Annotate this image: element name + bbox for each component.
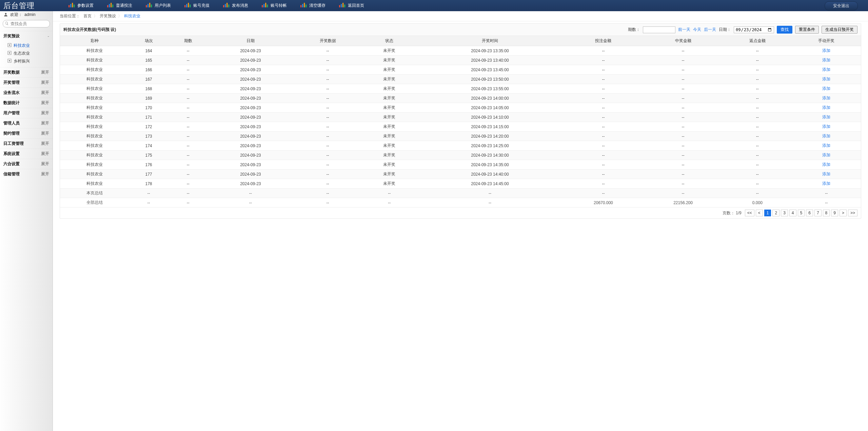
cell: 2024-09-23 [208, 122, 293, 132]
menu-group-4[interactable]: 数据统计展开 [0, 98, 53, 108]
add-link[interactable]: 添加 [822, 105, 830, 110]
crumb-item-1[interactable]: 开奖预设 [98, 14, 118, 18]
pager-page-9[interactable]: 9 [831, 210, 838, 216]
pager-page-2[interactable]: 2 [772, 210, 780, 216]
topnav-item-2[interactable]: 用户列表 [146, 3, 171, 8]
logout-button[interactable]: 安全退出 [825, 1, 858, 11]
pager-page-8[interactable]: 8 [823, 210, 830, 216]
col-0: 彩种 [60, 36, 129, 46]
crumb-item-0[interactable]: 首页 [81, 14, 94, 18]
today-link[interactable]: 今天 [693, 27, 701, 33]
cell: 2024-09-23 13:40:00 [416, 56, 564, 65]
search-icon [5, 21, 9, 25]
pager-last[interactable]: >> [848, 210, 857, 216]
cell: 未开奖 [362, 151, 416, 160]
cell: 科技农业 [60, 122, 129, 132]
menu-group-7[interactable]: 契约管理展开 [0, 128, 53, 138]
pager-page-6[interactable]: 6 [806, 210, 813, 216]
menu-group-5[interactable]: 用户管理展开 [0, 108, 53, 118]
issue-input[interactable] [643, 26, 675, 33]
cell: -- [293, 84, 362, 94]
cell: -- [293, 122, 362, 132]
topnav-item-6[interactable]: 清空缓存 [300, 3, 326, 8]
cell: 科技农业 [60, 65, 129, 75]
menu-group-label: 契约管理 [3, 131, 20, 136]
topnav-label: 参数设置 [77, 3, 94, 8]
add-link[interactable]: 添加 [822, 48, 830, 53]
cell: 2024-09-23 [208, 65, 293, 75]
pager-page-1[interactable]: 1 [764, 210, 771, 216]
add-link[interactable]: 添加 [822, 124, 830, 129]
menu-group-1[interactable]: 开奖数据展开 [0, 67, 53, 77]
reset-button[interactable]: 重置条件 [795, 26, 819, 34]
cell: 168 [129, 84, 168, 94]
svg-rect-0 [68, 5, 70, 7]
next-day-link[interactable]: 后一天 [704, 27, 716, 33]
submenu-item-0-0[interactable]: 科技农业 [0, 42, 53, 50]
svg-rect-12 [184, 5, 185, 7]
table-row: 科技农业170--2024-09-23--未开奖2024-09-23 14:05… [60, 103, 861, 113]
cell: 166 [129, 65, 168, 75]
topnav-item-0[interactable]: 参数设置 [68, 3, 94, 8]
menu-group-0[interactable]: 开奖预设- [0, 31, 53, 41]
add-link[interactable]: 添加 [822, 181, 830, 186]
add-link[interactable]: 添加 [822, 96, 830, 100]
add-link[interactable]: 添加 [822, 67, 830, 72]
svg-rect-8 [146, 5, 147, 7]
menu-group-10[interactable]: 六合设置展开 [0, 159, 53, 169]
pager-prev[interactable]: < [756, 210, 763, 216]
menu-group-9[interactable]: 系统设置展开 [0, 149, 53, 159]
cell: -- [723, 160, 792, 170]
date-input[interactable] [734, 26, 774, 33]
add-link[interactable]: 添加 [822, 162, 830, 167]
add-link[interactable]: 添加 [822, 134, 830, 138]
data-table: 彩种场次期数日期开奖数据状态开奖时间投注金额中奖金额返点金额手动开奖 科技农业1… [60, 36, 861, 208]
cell: 2024-09-23 13:55:00 [416, 84, 564, 94]
prev-day-link[interactable]: 前一天 [678, 27, 690, 33]
submenu-item-0-1[interactable]: 生态农业 [0, 50, 53, 57]
cell: -- [643, 179, 723, 189]
add-link[interactable]: 添加 [822, 115, 830, 119]
table-row: 科技农业168--2024-09-23--未开奖2024-09-23 13:55… [60, 84, 861, 94]
bars-icon [223, 3, 230, 8]
topnav-item-3[interactable]: 账号充值 [184, 3, 210, 8]
submenu-item-0-2[interactable]: 乡村振兴 [0, 57, 53, 65]
add-link[interactable]: 添加 [822, 153, 830, 157]
member-search-input[interactable] [3, 20, 50, 27]
cell: 科技农业 [60, 75, 129, 84]
table-row: 科技农业176--2024-09-23--未开奖2024-09-23 14:35… [60, 160, 861, 170]
add-link[interactable]: 添加 [822, 77, 830, 81]
cell: 2024-09-23 14:00:00 [416, 94, 564, 103]
topnav-item-7[interactable]: 返回首页 [339, 3, 364, 8]
add-link[interactable]: 添加 [822, 86, 830, 91]
menu-group-6[interactable]: 管理人员展开 [0, 118, 53, 128]
menu-group-11[interactable]: 信箱管理展开 [0, 169, 53, 179]
svg-rect-9 [147, 4, 149, 7]
topnav-item-4[interactable]: 发布消息 [223, 3, 248, 8]
pager-first[interactable]: << [745, 210, 754, 216]
svg-rect-20 [262, 5, 263, 7]
add-link[interactable]: 添加 [822, 58, 830, 62]
pager-page-7[interactable]: 7 [814, 210, 822, 216]
cell: -- [564, 179, 643, 189]
menu-group-2[interactable]: 开奖管理展开 [0, 77, 53, 87]
cell: -- [169, 132, 208, 141]
cell: 2024-09-23 [208, 56, 293, 65]
svg-rect-25 [302, 4, 303, 7]
pager-page-3[interactable]: 3 [781, 210, 788, 216]
pager-page-4[interactable]: 4 [789, 210, 796, 216]
menu-group-8[interactable]: 日工资管理展开 [0, 138, 53, 149]
cell: -- [169, 189, 208, 198]
topnav-item-1[interactable]: 普通投注 [107, 3, 132, 8]
cell: 未开奖 [362, 113, 416, 122]
pager-page-5[interactable]: 5 [798, 210, 805, 216]
add-link[interactable]: 添加 [822, 172, 830, 176]
submenu-label: 乡村振兴 [14, 58, 30, 64]
menu-group-3[interactable]: 业务流水展开 [0, 87, 53, 98]
pager-next[interactable]: > [840, 210, 847, 216]
cell: 2024-09-23 [208, 132, 293, 141]
generate-button[interactable]: 生成当日预开奖 [822, 26, 857, 34]
topnav-item-5[interactable]: 账号转帐 [262, 3, 287, 8]
search-button[interactable]: 查找 [777, 26, 792, 34]
add-link[interactable]: 添加 [822, 143, 830, 148]
